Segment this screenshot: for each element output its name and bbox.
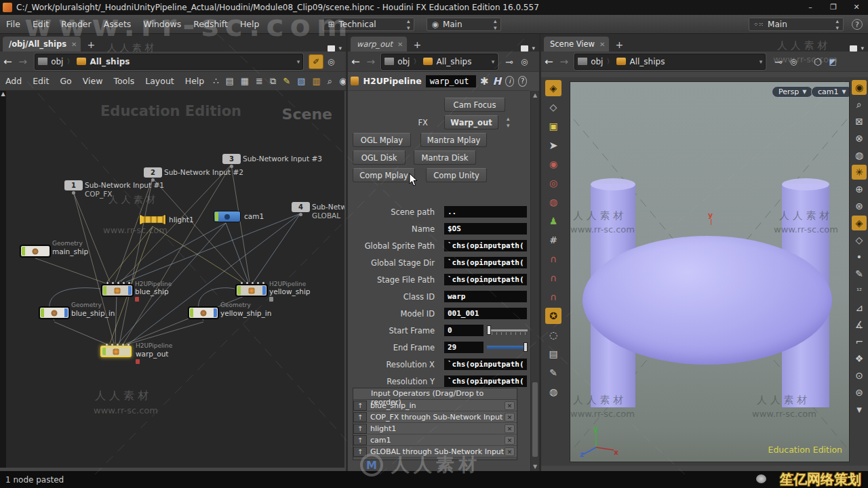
subnet-input-4-node[interactable]: 4 [292,202,310,212]
background-image-icon[interactable]: ▧ [294,76,309,86]
snap-grid-icon[interactable]: ∩ [545,251,561,267]
sticky-note-icon[interactable]: ✎ [279,76,294,86]
remove-operator-icon[interactable]: ✕ [505,413,515,422]
back-icon[interactable]: ← [348,56,363,68]
pane-menu-icon[interactable]: ▾ [338,45,342,52]
material-sphere-icon[interactable]: ◍ [545,384,561,400]
toolbox-icon[interactable]: ▥ [309,76,324,86]
path-dropdown-icon[interactable]: ▾ [485,58,495,65]
name-field[interactable]: $OS [444,223,527,235]
points-display-icon[interactable]: • [852,249,867,264]
shadows-icon[interactable]: ⊛ [852,199,867,214]
list-view-icon[interactable]: ▤ [222,76,237,86]
help-button[interactable]: ? [852,19,863,30]
select-objects-icon[interactable]: ◈ [545,80,561,96]
select-geometry-icon[interactable]: ▣ [545,118,561,134]
global-stage-dir-field[interactable]: `chs(opinputpath( [444,257,527,268]
fx-dropdown[interactable]: Warp_out [444,115,498,129]
houdini-logo-icon[interactable]: H [493,75,502,87]
multi-snap-icon[interactable]: ✪ [545,308,561,324]
rotate-handle-icon[interactable]: ◎ [545,175,561,191]
resolution-x-field[interactable]: `chs(opinputpath( [444,359,527,370]
subnet-input-3-node[interactable]: 3 [222,154,241,164]
pane-maximize-icon[interactable] [328,45,335,52]
smooth-wire-icon[interactable]: ◇ [852,232,867,247]
scene-breadcrumb[interactable]: obj 〉 All_ships ▾ [574,54,766,70]
ogl-mplay-button[interactable]: OGL Mplay [353,133,411,147]
tree-view-icon[interactable]: ∴ [210,76,222,86]
lock-camera-icon[interactable]: ⊠ [852,114,867,129]
pin-network-button[interactable]: ✐ [309,54,323,69]
forward-icon[interactable]: → [557,56,572,68]
layout-stack-icon[interactable]: ▤ [545,346,561,362]
desktop-spinner-icon[interactable]: ▴▾ [407,18,410,31]
node-main-ship[interactable] [20,245,50,257]
zoom-select-icon[interactable]: ⌕ [852,97,867,112]
net-menu-layout[interactable]: Layout [140,76,180,86]
end-frame-field[interactable]: 29 [444,342,484,353]
layout-icon[interactable]: ⧉ [267,76,279,87]
right-shelf-selector[interactable]: ⁘⁙ Main ▴▾ [749,18,844,31]
group-display-icon[interactable]: ❖ [852,351,867,366]
new-tab-button[interactable]: + [407,38,427,52]
node-type-icon[interactable] [351,77,359,85]
cam-focus-button[interactable]: Cam Focus [444,98,505,112]
node-cam1[interactable] [214,211,241,222]
operator-row[interactable]: ↑ cam1 ✕ [353,434,517,446]
search-icon[interactable]: ⌕ [324,76,336,87]
node-yellow-ship-in[interactable] [189,307,218,319]
camera-selector[interactable]: cam1▼ [811,86,850,98]
visualizer-icon[interactable]: ⊜ [852,385,867,400]
projection-selector[interactable]: Persp▼ [772,86,813,98]
node-blue-ship[interactable] [102,285,133,296]
right-shelf-spinner-icon[interactable]: ▴▾ [835,18,839,31]
fx-spinner-icon[interactable]: ▴▾ [507,115,510,129]
net-menu-help[interactable]: Help [180,76,210,86]
forward-icon[interactable]: → [363,56,379,68]
detail-view-icon[interactable]: ≣ [252,76,267,86]
net-menu-view[interactable]: View [77,76,108,86]
info-icon[interactable]: i [505,76,514,87]
follow-target-icon[interactable]: ◎ [323,54,338,69]
view-mask-icon[interactable]: ◌ [545,327,561,343]
mantra-disk-button[interactable]: Mantra Disk [414,150,476,165]
path-dropdown-icon[interactable]: ▾ [753,58,763,65]
tab-close-icon[interactable]: ✕ [397,41,403,48]
gear-menu-icon[interactable]: ✱ [480,75,489,87]
toolbar-overflow-icon[interactable]: ▼ [852,402,867,417]
secure-selection-icon[interactable]: ◇ [545,99,561,115]
instance-display-icon[interactable]: ⊙ [852,368,867,383]
params-scrollbar[interactable]: ▲ ▼ [530,91,539,471]
high-quality-light-icon[interactable]: ⊕ [852,182,867,197]
disable-lighting-icon[interactable]: ⊗ [852,131,867,146]
scale-handle-icon[interactable]: ◍ [545,194,561,210]
maximize-button[interactable]: ❐ [822,0,845,15]
follow-target-icon[interactable]: ◎ [517,54,532,69]
scroll-up-icon[interactable]: ▲ [531,92,539,98]
shelf-selector[interactable]: ◉ Main ▴▾ [427,18,501,31]
scroll-down-icon[interactable]: ▼ [531,464,539,470]
prim-normals-icon[interactable]: ⊿ [852,300,867,315]
menu-file[interactable]: File [0,15,26,34]
params-breadcrumb[interactable]: obj 〉 All_ships ▾ [381,54,498,70]
material-shading-icon[interactable]: ◈ [852,216,867,230]
snap-point-icon[interactable]: ∩ [545,289,561,305]
pane-menu-icon[interactable]: ▾ [532,45,535,52]
tab-close-icon[interactable]: ✕ [599,41,605,48]
point-normals-icon[interactable]: ✎ [852,266,867,281]
sphere-object[interactable] [583,236,832,365]
point-numbers-icon[interactable]: ¹² [852,283,867,298]
pane-maximize-icon[interactable] [850,45,857,52]
end-frame-slider[interactable] [487,342,528,353]
shelf-spinner-icon[interactable]: ▴▾ [494,18,497,31]
draw-tool-icon[interactable]: ✎ [545,365,561,381]
forward-icon[interactable]: → [16,56,31,68]
close-button[interactable]: ✕ [845,0,868,15]
pin-icon[interactable]: ⊸ [502,54,517,69]
node-warp-out-selected[interactable] [100,346,132,357]
pointer-arrow-icon[interactable]: ➤ [545,137,561,153]
promote-up-icon[interactable]: ↑ [353,401,367,411]
pose-tool-icon[interactable]: ♟ [545,213,561,229]
display-objects-icon[interactable]: ◉ [852,80,867,95]
ogl-disk-button[interactable]: OGL Disk [353,150,406,165]
